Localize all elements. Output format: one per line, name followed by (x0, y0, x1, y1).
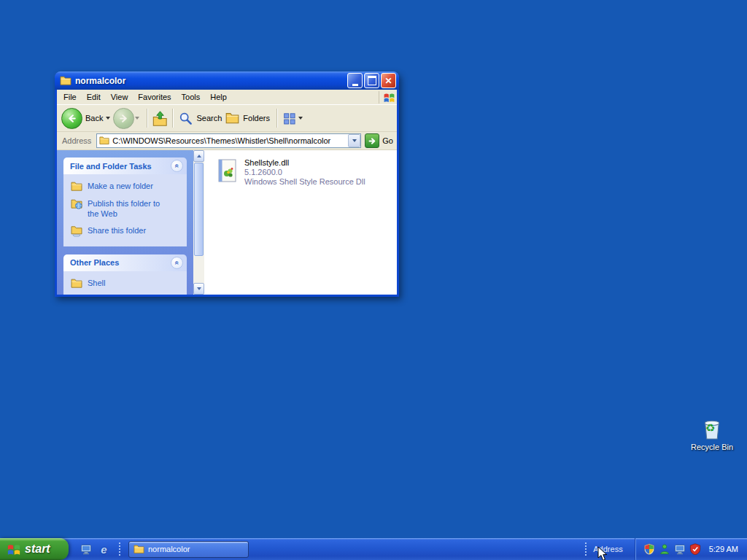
section-title: Other Places (70, 258, 119, 267)
antivirus-shield-icon[interactable] (689, 543, 701, 555)
start-button[interactable]: start (0, 538, 69, 560)
back-dropdown-icon[interactable] (106, 117, 110, 120)
menu-help[interactable]: Help (205, 90, 232, 104)
minimize-button[interactable] (347, 73, 363, 88)
folders-icon (224, 110, 240, 126)
recycle-bin-icon[interactable]: ♻ Recycle Bin (685, 416, 739, 451)
task-pane: File and Folder Tasks « Make a new folde… (57, 150, 193, 295)
menu-file[interactable]: File (58, 90, 82, 104)
messenger-icon[interactable] (659, 543, 670, 555)
toolbar: Back Search (57, 104, 397, 132)
new-folder-icon (71, 181, 82, 192)
other-places-section: Other Places « Shell (63, 254, 187, 295)
windows-logo-icon (379, 91, 395, 104)
recycle-bin-label: Recycle Bin (685, 443, 739, 451)
address-label: Address (62, 136, 91, 145)
window-title: normalcolor (75, 76, 346, 86)
section-header[interactable]: Other Places « (63, 254, 187, 271)
close-button[interactable]: ✕ (381, 73, 396, 88)
menu-bar: File Edit View Favorites Tools Help (57, 90, 397, 104)
search-icon (177, 110, 193, 126)
address-bar: Address C:\WINDOWS\Resources\Themes\Whis… (57, 132, 397, 150)
file-description: Windows Shell Style Resource Dll (244, 177, 365, 187)
file-name: Shellstyle.dll (244, 158, 365, 168)
security-center-shield-icon[interactable] (643, 543, 655, 555)
menu-view[interactable]: View (106, 90, 133, 104)
publish-folder-link[interactable]: Publish this folder to the Web (71, 199, 184, 219)
section-header[interactable]: File and Folder Tasks « (63, 158, 187, 174)
mouse-cursor (597, 546, 608, 560)
folder-icon (71, 278, 82, 289)
address-folder-icon (99, 136, 109, 146)
file-list[interactable]: Shellstyle.dll 5.1.2600.0 Windows Shell … (204, 150, 397, 295)
toolbar-separator (147, 109, 147, 128)
windows-flag-icon (7, 542, 21, 556)
window-body: File and Folder Tasks « Make a new folde… (57, 150, 397, 295)
toolbar-separator (276, 109, 277, 128)
start-label: start (25, 542, 50, 556)
go-button[interactable]: Go (365, 133, 393, 148)
scroll-up-button[interactable] (193, 150, 204, 162)
internet-explorer-icon[interactable]: e (98, 543, 110, 556)
back-button[interactable]: Back (61, 108, 113, 129)
window-frame: File Edit View Favorites Tools Help Back (55, 90, 399, 297)
chevron-up-icon[interactable]: « (171, 257, 183, 269)
deskband-grip[interactable] (584, 542, 588, 556)
views-button[interactable] (282, 110, 306, 126)
views-dropdown-icon[interactable] (298, 117, 303, 120)
taskbar-button-normalcolor[interactable]: normalcolor (128, 541, 249, 558)
views-icon (282, 110, 298, 126)
forward-dropdown-icon[interactable] (135, 117, 139, 120)
share-folder-link[interactable]: Share this folder (71, 226, 184, 237)
show-desktop-icon[interactable] (80, 543, 92, 556)
taskbar-clock[interactable]: 5:29 AM (709, 545, 738, 553)
address-deskband[interactable]: Address (584, 542, 634, 556)
shell-place-link[interactable]: Shell (71, 279, 184, 289)
network-icon[interactable] (674, 543, 686, 555)
scroll-thumb[interactable] (194, 163, 204, 256)
forward-icon (113, 108, 134, 129)
taskbar: start e normalcolor Address (0, 538, 747, 560)
forward-button[interactable] (113, 108, 142, 129)
folders-label: Folders (243, 114, 270, 122)
share-folder-icon (71, 225, 82, 237)
task-pane-scrollbar[interactable] (193, 150, 204, 295)
back-label: Back (85, 114, 103, 122)
system-tray: 5:29 AM (635, 538, 747, 560)
address-path[interactable]: C:\WINDOWS\Resources\Themes\Whistler\She… (112, 136, 348, 145)
folder-icon (133, 544, 144, 555)
titlebar-folder-icon (60, 75, 71, 87)
taskbar-grip[interactable] (118, 542, 122, 556)
file-folder-tasks-section: File and Folder Tasks « Make a new folde… (63, 158, 187, 246)
menu-favorites[interactable]: Favorites (133, 90, 176, 104)
explorer-window: normalcolor ✕ File Edit View Favorites T… (55, 71, 399, 297)
menu-tools[interactable]: Tools (177, 90, 206, 104)
make-new-folder-link[interactable]: Make a new folder (71, 182, 184, 192)
address-dropdown-button[interactable] (348, 134, 360, 147)
file-tile-shellstyle[interactable]: Shellstyle.dll 5.1.2600.0 Windows Shell … (214, 158, 389, 187)
back-icon (61, 108, 82, 129)
maximize-button[interactable] (364, 73, 379, 88)
scroll-down-button[interactable] (193, 283, 204, 295)
menu-edit[interactable]: Edit (82, 90, 106, 104)
desktop[interactable]: normalcolor ✕ File Edit View Favorites T… (0, 0, 747, 560)
search-label: Search (196, 114, 222, 122)
publish-web-icon (71, 198, 82, 210)
quick-launch: e (80, 543, 110, 556)
taskbar-button-label: normalcolor (148, 545, 190, 553)
file-version: 5.1.2600.0 (244, 168, 365, 177)
up-button[interactable] (152, 110, 168, 126)
search-button[interactable]: Search (177, 110, 224, 126)
recycle-symbol: ♻ (705, 421, 715, 435)
folders-button[interactable]: Folders (224, 110, 272, 126)
titlebar[interactable]: normalcolor ✕ (55, 71, 399, 90)
go-arrow-icon (365, 133, 379, 148)
shellstyle-file-icon (214, 158, 239, 183)
scroll-track[interactable] (193, 162, 204, 283)
address-input[interactable]: C:\WINDOWS\Resources\Themes\Whistler\She… (96, 133, 361, 148)
chevron-up-icon[interactable]: « (171, 160, 183, 172)
go-label: Go (382, 136, 393, 145)
section-title: File and Folder Tasks (70, 162, 152, 171)
toolbar-separator (172, 109, 173, 128)
